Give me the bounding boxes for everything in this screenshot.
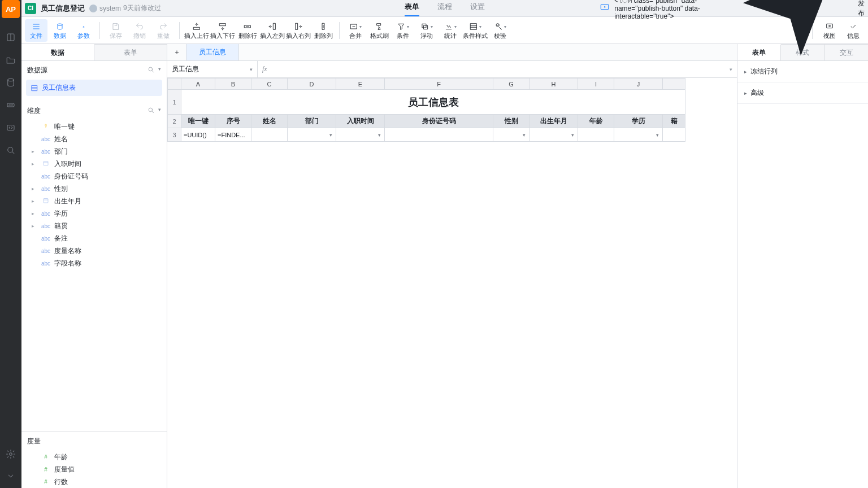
dimension-item[interactable]: ▸abc部门 bbox=[25, 145, 163, 158]
rail-api-icon[interactable]: API bbox=[0, 94, 21, 116]
dimension-label: 度量名称 bbox=[54, 246, 81, 256]
data-cell[interactable] bbox=[336, 128, 385, 142]
undo-button[interactable]: 撤销 bbox=[128, 19, 151, 42]
sheet-tab[interactable]: 员工信息 bbox=[186, 44, 239, 60]
insert-row-above-button[interactable]: 插入上行 bbox=[184, 19, 209, 42]
chevron-down-icon[interactable]: ▾ bbox=[158, 66, 161, 75]
chevron-down-icon[interactable]: ▾ bbox=[158, 107, 161, 116]
search-icon[interactable] bbox=[147, 66, 155, 75]
col-header[interactable]: D bbox=[288, 79, 336, 90]
data-cell[interactable] bbox=[530, 128, 578, 142]
insert-col-left-button[interactable]: 插入左列 bbox=[260, 19, 285, 42]
dimension-item[interactable]: ▸abc备注 bbox=[25, 232, 163, 245]
data-cell[interactable] bbox=[493, 128, 530, 142]
row-header[interactable]: 3 bbox=[168, 128, 181, 142]
dimension-item[interactable]: ▸abc度量名称 bbox=[25, 245, 163, 257]
stat-button[interactable]: ▾统计 bbox=[439, 19, 462, 42]
app-logo[interactable]: AP bbox=[2, 0, 20, 18]
insert-col-right-button[interactable]: 插入右列 bbox=[286, 19, 311, 42]
delete-row-button[interactable]: 删除行 bbox=[236, 19, 259, 42]
dimension-item[interactable]: ▸abc姓名 bbox=[25, 133, 163, 145]
row-header[interactable]: 1 bbox=[168, 90, 181, 115]
column-header-cell[interactable]: 身份证号码 bbox=[385, 115, 493, 128]
data-cell[interactable] bbox=[288, 128, 336, 142]
format-painter-button[interactable]: 格式刷 bbox=[368, 19, 390, 42]
dimension-item[interactable]: ▸abc籍贯 bbox=[25, 220, 163, 232]
rail-code-icon[interactable] bbox=[0, 116, 21, 139]
preview-icon[interactable] bbox=[600, 2, 610, 14]
param-button[interactable]: < rect class="stroke" x="5" y="5" width=… bbox=[72, 19, 95, 42]
add-sheet-button[interactable]: ＋ bbox=[167, 44, 186, 60]
data-cell[interactable] bbox=[663, 128, 685, 142]
name-box[interactable]: 员工信息 ▾ bbox=[167, 61, 258, 77]
column-header-cell[interactable]: 出生年月 bbox=[530, 115, 578, 128]
float-button[interactable]: ▾浮动 bbox=[415, 19, 438, 42]
data-cell[interactable]: =UUID() bbox=[181, 128, 215, 142]
rail-database-icon[interactable] bbox=[0, 71, 21, 94]
search-icon[interactable] bbox=[147, 107, 155, 116]
rail-guide-icon[interactable] bbox=[0, 26, 21, 49]
data-cell[interactable] bbox=[578, 128, 614, 142]
row-header[interactable]: 2 bbox=[168, 115, 181, 128]
data-cell[interactable] bbox=[385, 128, 493, 142]
column-header-cell[interactable]: 部门 bbox=[288, 115, 336, 128]
dimension-item[interactable]: ▸唯一键 bbox=[25, 120, 163, 133]
svg-point-17 bbox=[149, 67, 153, 71]
rail-settings-icon[interactable] bbox=[0, 443, 21, 465]
col-header[interactable]: C bbox=[251, 79, 288, 90]
col-header[interactable]: G bbox=[493, 79, 530, 90]
column-header-cell[interactable]: 籍 bbox=[663, 115, 685, 128]
tab-form[interactable]: 表单 bbox=[405, 2, 419, 16]
dimension-item[interactable]: ▸abc性别 bbox=[25, 182, 163, 195]
panel-tab-form[interactable]: 表单 bbox=[94, 44, 167, 60]
col-header[interactable]: A bbox=[181, 79, 215, 90]
file-button[interactable]: 文件 bbox=[25, 19, 47, 42]
col-header[interactable] bbox=[663, 79, 685, 90]
column-header-cell[interactable]: 学历 bbox=[614, 115, 663, 128]
measure-item[interactable]: #行数 bbox=[25, 476, 163, 488]
accordion-advanced[interactable]: ▸高级 bbox=[737, 82, 868, 104]
column-header-cell[interactable]: 年龄 bbox=[578, 115, 614, 128]
col-header[interactable]: F bbox=[385, 79, 493, 90]
redo-button[interactable]: 重做 bbox=[152, 19, 175, 42]
meta-time: 9天前修改过 bbox=[123, 3, 161, 13]
data-cell[interactable]: =FINDE... bbox=[215, 128, 251, 142]
rail-search-icon[interactable] bbox=[0, 139, 21, 162]
col-header[interactable]: B bbox=[215, 79, 251, 90]
dimension-item[interactable]: ▸abc学历 bbox=[25, 207, 163, 220]
condition-button[interactable]: ▾条件 bbox=[392, 19, 414, 42]
verify-button[interactable]: ▾校验 bbox=[489, 19, 511, 42]
insert-row-below-button[interactable]: 插入下行 bbox=[210, 19, 235, 42]
rail-collapse-icon[interactable] bbox=[0, 465, 21, 488]
tab-settings[interactable]: 设置 bbox=[470, 2, 485, 16]
spreadsheet-grid[interactable]: ABCDEFGHIJ1员工信息表2唯一键序号姓名部门入职时间身份证号码性别出生年… bbox=[167, 78, 737, 488]
col-header[interactable]: I bbox=[578, 79, 614, 90]
merge-button[interactable]: ▾合并 bbox=[344, 19, 367, 42]
column-header-cell[interactable]: 姓名 bbox=[251, 115, 288, 128]
column-header-cell[interactable]: 性别 bbox=[493, 115, 530, 128]
col-header[interactable]: J bbox=[614, 79, 663, 90]
data-button[interactable]: 数据 bbox=[49, 19, 71, 42]
column-header-cell[interactable]: 序号 bbox=[215, 115, 251, 128]
column-header-cell[interactable]: 入职时间 bbox=[336, 115, 385, 128]
datasource-item[interactable]: 员工信息表 bbox=[26, 80, 162, 96]
delete-col-button[interactable]: 删除列 bbox=[312, 19, 335, 42]
tab-flow[interactable]: 流程 bbox=[437, 2, 452, 16]
dimension-item[interactable]: ▸abc字段名称 bbox=[25, 257, 163, 269]
dimension-item[interactable]: ▸abc身份证号码 bbox=[25, 170, 163, 182]
col-header[interactable]: E bbox=[336, 79, 385, 90]
column-header-cell[interactable]: 唯一键 bbox=[181, 115, 215, 128]
data-cell[interactable] bbox=[614, 128, 663, 142]
field-type-icon: abc bbox=[41, 186, 51, 192]
measure-item[interactable]: #度量值 bbox=[25, 463, 163, 476]
rail-folder-icon[interactable] bbox=[0, 49, 21, 71]
panel-tab-data[interactable]: 数据 bbox=[21, 44, 94, 60]
dimension-item[interactable]: ▸入职时间 bbox=[25, 158, 163, 170]
sheet-title-cell[interactable]: 员工信息表 bbox=[181, 90, 685, 115]
dimension-item[interactable]: ▸出生年月 bbox=[25, 195, 163, 207]
measure-item[interactable]: #年龄 bbox=[25, 451, 163, 463]
cond-style-button[interactable]: ▾条件样式 bbox=[463, 19, 488, 42]
col-header[interactable]: H bbox=[530, 79, 578, 90]
save-button[interactable]: 保存 bbox=[105, 19, 127, 42]
data-cell[interactable] bbox=[251, 128, 288, 142]
